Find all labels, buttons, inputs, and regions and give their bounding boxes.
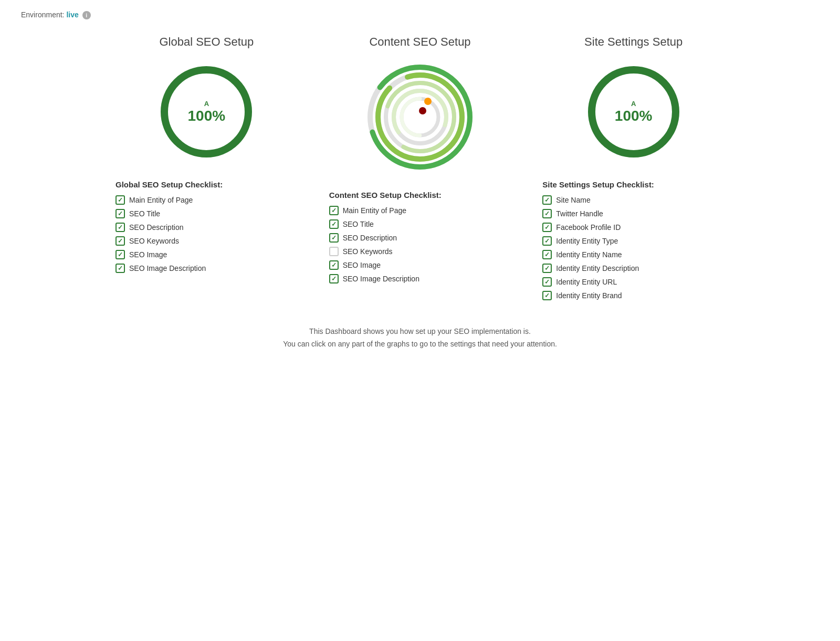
checklist-item[interactable]: ✓SEO Image Description xyxy=(116,264,206,273)
gauge-grade-site-settings: A xyxy=(615,100,653,108)
checklist-item-label: Identity Entity URL xyxy=(556,278,617,286)
checkbox-icon: ✓ xyxy=(329,260,339,270)
checkbox-icon: ✓ xyxy=(542,236,552,246)
checklist-item[interactable]: ✓SEO Image Description xyxy=(329,274,419,283)
section-content-seo: Content SEO SetupContent SEO Setup Check… xyxy=(319,35,522,304)
checklist-item-label: Site Name xyxy=(556,196,590,204)
svg-point-13 xyxy=(419,107,426,114)
environment-info-icon[interactable]: i xyxy=(82,11,91,19)
checkbox-icon: ✓ xyxy=(542,223,552,232)
checklist-item-label: Twitter Handle xyxy=(556,209,603,218)
gauge-percent-site-settings: 100% xyxy=(615,108,653,124)
checklist-item-label: SEO Keywords xyxy=(129,237,179,245)
checkbox-icon: ✓ xyxy=(542,209,552,218)
section-title-content-seo: Content SEO Setup xyxy=(329,35,511,49)
checkbox-icon: ✓ xyxy=(116,236,125,246)
environment-bar: Environment: live i xyxy=(21,10,819,19)
gauge-container-content-seo[interactable] xyxy=(329,59,511,175)
footer-line1: This Dashboard shows you how set up your… xyxy=(105,325,735,338)
checklist-item-label: Facebook Profile ID xyxy=(556,223,621,232)
checklist-item-label: SEO Image Description xyxy=(343,275,419,283)
gauge-percent-global-seo: 100% xyxy=(188,108,226,124)
svg-point-5 xyxy=(378,75,462,159)
checklist-item-label: SEO Image xyxy=(129,250,167,259)
checklist-item[interactable]: ✓Identity Entity Brand xyxy=(542,291,639,300)
checklist-item-label: Identity Entity Name xyxy=(556,250,622,259)
checklist-item-label: Main Entity of Page xyxy=(343,206,406,215)
checkbox-icon: ✓ xyxy=(542,250,552,259)
checklist-item[interactable]: ✓Site Name xyxy=(542,195,639,205)
checklist-global-seo: ✓Main Entity of Page✓SEO Title✓SEO Descr… xyxy=(116,195,206,277)
checklist-content-seo: ✓Main Entity of Page✓SEO Title✓SEO Descr… xyxy=(329,206,419,288)
checklist-item[interactable]: SEO Keywords xyxy=(329,247,419,256)
footer-line2: You can click on any part of the graphs … xyxy=(105,338,735,351)
checkbox-icon: ✓ xyxy=(542,264,552,273)
checklist-item[interactable]: ✓Identity Entity URL xyxy=(542,277,639,287)
checklist-item[interactable]: ✓Identity Entity Type xyxy=(542,236,639,246)
checkbox-icon: ✓ xyxy=(116,264,125,273)
checkbox-icon: ✓ xyxy=(329,206,339,215)
section-title-global-seo: Global SEO Setup xyxy=(116,35,298,49)
checklist-site-settings: ✓Site Name✓Twitter Handle✓Facebook Profi… xyxy=(542,195,639,304)
checklist-item[interactable]: ✓SEO Image xyxy=(329,260,419,270)
checklist-item-label: Main Entity of Page xyxy=(129,196,193,204)
checklist-item[interactable]: ✓Identity Entity Description xyxy=(542,264,639,273)
checkbox-icon: ✓ xyxy=(116,209,125,218)
checkbox-icon: ✓ xyxy=(542,291,552,300)
checkbox-icon: ✓ xyxy=(116,250,125,259)
checklist-title-content-seo: Content SEO Setup Checklist: xyxy=(329,191,442,199)
checkbox-icon: ✓ xyxy=(116,223,125,232)
checklist-item[interactable]: ✓SEO Title xyxy=(329,219,419,229)
checklist-item[interactable]: ✓SEO Keywords xyxy=(116,236,206,246)
gauge-content-seo[interactable] xyxy=(362,59,478,175)
gauge-container-global-seo[interactable]: A100% xyxy=(116,59,298,164)
checklist-item[interactable]: ✓SEO Description xyxy=(116,223,206,232)
section-title-site-settings: Site Settings Setup xyxy=(542,35,724,49)
dashboard-grid: Global SEO SetupA100%Global SEO Setup Ch… xyxy=(105,35,735,304)
gauge-global-seo[interactable]: A100% xyxy=(154,59,259,164)
checklist-item-label: SEO Description xyxy=(129,223,183,232)
gauge-site-settings[interactable]: A100% xyxy=(581,59,686,164)
checklist-item-label: Identity Entity Description xyxy=(556,264,639,272)
checklist-item-label: Identity Entity Type xyxy=(556,237,618,245)
environment-value: live xyxy=(66,10,78,19)
checklist-item-label: SEO Title xyxy=(343,220,374,228)
svg-point-12 xyxy=(424,98,432,105)
section-global-seo: Global SEO SetupA100%Global SEO Setup Ch… xyxy=(105,35,308,304)
checkbox-icon: ✓ xyxy=(329,219,339,229)
gauge-text-global-seo: A100% xyxy=(188,100,226,124)
checklist-item-label: Identity Entity Brand xyxy=(556,291,622,300)
checklist-title-global-seo: Global SEO Setup Checklist: xyxy=(116,180,223,189)
checklist-item[interactable]: ✓SEO Description xyxy=(329,233,419,243)
checklist-item[interactable]: ✓Twitter Handle xyxy=(542,209,639,218)
checkbox-icon xyxy=(329,247,339,256)
gauge-grade-global-seo: A xyxy=(188,100,226,108)
checklist-item-label: SEO Keywords xyxy=(343,247,393,256)
checklist-item[interactable]: ✓SEO Title xyxy=(116,209,206,218)
checkbox-icon: ✓ xyxy=(542,277,552,287)
section-site-settings: Site Settings SetupA100%Site Settings Se… xyxy=(532,35,735,304)
checklist-item-label: SEO Title xyxy=(129,209,160,218)
environment-label: Environment: xyxy=(21,10,64,19)
checklist-title-site-settings: Site Settings Setup Checklist: xyxy=(542,180,654,189)
checklist-item[interactable]: ✓Main Entity of Page xyxy=(329,206,419,215)
checklist-item-label: SEO Image Description xyxy=(129,264,206,272)
checkbox-icon: ✓ xyxy=(329,274,339,283)
checkbox-icon: ✓ xyxy=(542,195,552,205)
footer-text: This Dashboard shows you how set up your… xyxy=(105,325,735,351)
checklist-item[interactable]: ✓Facebook Profile ID xyxy=(542,223,639,232)
gauge-text-site-settings: A100% xyxy=(615,100,653,124)
checklist-item-label: SEO Image xyxy=(343,261,381,269)
checkbox-icon: ✓ xyxy=(329,233,339,243)
checkbox-icon: ✓ xyxy=(116,195,125,205)
gauge-container-site-settings[interactable]: A100% xyxy=(542,59,724,164)
checklist-item[interactable]: ✓Main Entity of Page xyxy=(116,195,206,205)
checklist-item[interactable]: ✓Identity Entity Name xyxy=(542,250,639,259)
checklist-item-label: SEO Description xyxy=(343,234,397,242)
checklist-item[interactable]: ✓SEO Image xyxy=(116,250,206,259)
